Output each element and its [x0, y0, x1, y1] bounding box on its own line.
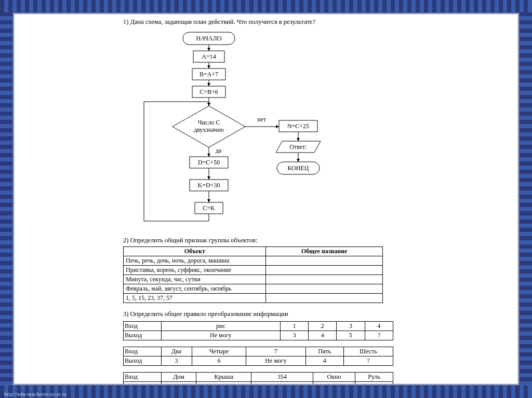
t2-row: Минута, секунда, час, сутки — [124, 275, 266, 284]
flow-ck: C=K — [203, 204, 215, 212]
footer-url: http://edu-teacherzv.ucoz.ru — [4, 391, 66, 397]
flow-b: B=A+7 — [200, 71, 218, 78]
flow-yes: да — [216, 147, 222, 154]
flow-cond-l1: Число C — [198, 119, 220, 126]
flow-d: D=C+50 — [198, 159, 220, 166]
task3-table-b: Вход Два Четыре 7 Пять Шесть Выход 3 6 Н… — [123, 347, 393, 366]
decorative-border: 1) Дана схема, задающая план действий. Ч… — [0, 0, 532, 398]
flow-n: N=C+25 — [287, 122, 309, 130]
t2-row: Печь, речь, дочь, ночь, дорога, машина — [124, 256, 266, 266]
task2-table: Объект Общее название Печь, речь, дочь, … — [123, 246, 383, 303]
t2-row: 1, 5, 15, 23, 37, 57 — [124, 294, 266, 303]
flowchart: НАЧАЛО A=14 B=A+7 C=B+6 Число C двухзнач… — [123, 28, 404, 236]
document-body: 1) Дана схема, задающая план действий. Ч… — [123, 17, 404, 386]
question-1: 1) Дана схема, задающая план действий. Ч… — [123, 18, 404, 26]
flow-no: нет — [257, 116, 267, 123]
flow-end: КОНЕЦ — [287, 164, 309, 172]
flow-ans: Ответ: — [289, 143, 307, 150]
t2-header-object: Объект — [124, 247, 266, 256]
question-2: 2) Определить общий признак группы объек… — [123, 237, 404, 244]
t2-row: Февраль, май, август, сентябрь, октябрь — [124, 284, 266, 294]
flow-start: НАЧАЛО — [196, 35, 222, 42]
question-3: 3) Определить общее правило преобразован… — [123, 310, 404, 318]
t2-row: Приставка, корень, суффикс, окончание — [124, 266, 266, 275]
flow-cond-l2: двухзначно — [194, 126, 224, 133]
content-frame: 1) Дана схема, задающая план действий. Ч… — [12, 12, 520, 386]
flow-k: K=D+30 — [198, 182, 220, 189]
task3-table-a: Вход рис 1 2 3 4 Выход Не могу 3 4 5 ? — [123, 321, 393, 340]
t2-header-name: Общее название — [266, 247, 383, 256]
flow-a: A=14 — [202, 53, 216, 60]
task3-table-c: Вход Дом Крыша 354 Окно Руль Выход м а Н… — [123, 372, 393, 386]
flow-c: C=B+6 — [200, 88, 218, 95]
